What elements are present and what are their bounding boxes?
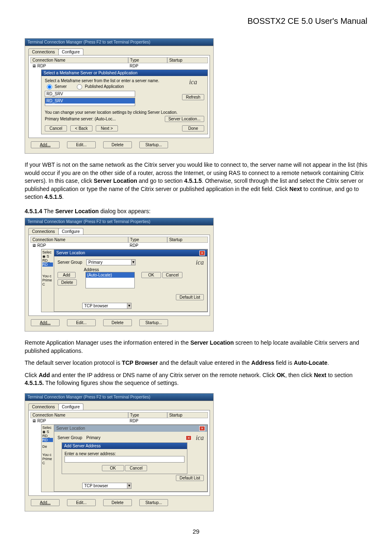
trunc-rd: RD_ [42, 434, 53, 438]
paragraph-4: Click Add and enter the IP address or DN… [25, 371, 367, 387]
edit-button[interactable]: Edit... [67, 499, 96, 506]
address-listbox[interactable]: (Auto-Locate) [85, 272, 135, 288]
default-list-button[interactable]: Default List [176, 294, 204, 300]
cell-startup [167, 63, 208, 69]
tab-configure[interactable]: Configure [58, 228, 83, 235]
cancel-button[interactable]: Cancel [162, 272, 182, 278]
trunc-c: C [42, 282, 53, 286]
window-titlebar: Terminal Connection Manager (Press F2 to… [25, 39, 213, 46]
cell-type: RDP [128, 418, 167, 424]
connections-panel: Connection Name Type Startup 🖥 RDP RDP S… [28, 55, 210, 138]
list-header: Connection Name Type Startup [30, 237, 208, 243]
screenshot-add-server-address: Terminal Connection Manager (Press F2 to… [25, 393, 214, 511]
trunc-de: De [42, 444, 53, 449]
col-startup: Startup [167, 237, 208, 243]
trunc-you: You c [42, 453, 53, 457]
close-icon[interactable]: × [186, 435, 191, 440]
list-row[interactable]: 🖥 RDP RDP [30, 418, 208, 424]
tab-connections[interactable]: Connections [28, 228, 59, 235]
trunc-rd: RD_ [42, 258, 53, 263]
dialog-server-location-add: Selec ◉ S RD_ RD De You c Prime C Server [41, 424, 208, 492]
ok-button[interactable]: OK [141, 272, 161, 278]
server-location-title-inactive: Server Location × [54, 425, 207, 432]
cell-startup [167, 243, 208, 248]
server-name-input[interactable]: RD_SRV [45, 91, 135, 97]
cancel-button[interactable]: Cancel [125, 465, 147, 471]
trunc-selected: RD [42, 263, 53, 267]
server-listbox[interactable]: RD_SRV [45, 98, 135, 106]
tab-configure[interactable]: Configure [58, 48, 83, 55]
value-server-group: Primary [86, 435, 100, 440]
list-header: Connection Name Type Startup [30, 57, 208, 63]
ok-button[interactable]: OK [102, 465, 124, 471]
startup-button[interactable]: Startup... [139, 499, 168, 506]
cell-type: RDP [128, 63, 167, 69]
back-button[interactable]: < Back [70, 125, 92, 131]
paragraph-2: Remote Application Manager uses the info… [25, 339, 367, 355]
list-header: Connection Name Type Startup [30, 412, 208, 418]
default-list-button[interactable]: Default List [176, 475, 204, 481]
ica-icon: ica [196, 434, 204, 442]
section-heading-4514: 4.5.1.4 The Server Location dialog box a… [25, 208, 367, 214]
hint-change-location: You can change your server location sett… [45, 110, 204, 115]
close-icon[interactable]: × [199, 251, 205, 256]
dropdown-protocol[interactable]: TCP browser▾ [82, 303, 131, 309]
delete-button[interactable]: Delete [103, 319, 132, 326]
listbox-selected: RD_SRV [45, 98, 135, 104]
dropdown-protocol[interactable]: TCP browser▾ [82, 483, 131, 489]
list-row[interactable]: 🖥 RDP RDP [30, 63, 208, 69]
startup-button[interactable]: Startup... [139, 319, 168, 326]
server-location-button[interactable]: Server Location... [165, 116, 204, 122]
add-button[interactable]: Add... [31, 499, 60, 506]
tab-connections[interactable]: Connections [28, 48, 59, 55]
chevron-down-icon: ▾ [131, 260, 135, 265]
edit-button[interactable]: Edit... [67, 141, 96, 148]
trunc-radio: ◉ S [42, 430, 53, 434]
edit-button[interactable]: Edit... [67, 319, 96, 326]
delete-button[interactable]: Delete [103, 499, 132, 506]
cell-startup [167, 418, 208, 424]
tab-strip: Connections Configure [28, 228, 210, 235]
startup-button[interactable]: Startup... [139, 141, 168, 148]
add-button[interactable]: Add... [31, 141, 60, 148]
add-button[interactable]: Add... [31, 319, 60, 326]
done-button[interactable]: Done [182, 125, 204, 131]
col-type: Type [128, 57, 167, 63]
cell-name: 🖥 RDP [30, 418, 128, 424]
trunc-c: C [42, 461, 53, 465]
trunc-prime: Prime [42, 278, 53, 282]
server-location-title: Server Location × [54, 250, 207, 256]
ica-icon: ica [182, 78, 204, 86]
refresh-button[interactable]: Refresh [182, 94, 204, 100]
ica-icon: ica [196, 259, 204, 266]
col-type: Type [128, 237, 167, 243]
screenshot-select-metaframe: Terminal Connection Manager (Press F2 to… [25, 38, 214, 154]
label-server-group: Server Group [58, 435, 84, 440]
radio-published[interactable]: Published Application [75, 83, 124, 90]
tab-connections[interactable]: Connections [28, 403, 59, 410]
col-connection-name: Connection Name [30, 57, 128, 63]
cell-name: 🖥 RDP [30, 243, 128, 248]
paragraph-3: The default server location protocol is … [25, 359, 367, 367]
delete-address-button[interactable]: Delete [58, 279, 77, 286]
server-address-input[interactable] [65, 456, 184, 463]
close-icon[interactable]: × [199, 426, 205, 431]
cell-name: 🖥 RDP [30, 63, 128, 69]
page-number: 29 [25, 528, 367, 535]
add-address-button[interactable]: Add [58, 272, 76, 278]
paragraph-1: If your WBT is not on the same network a… [25, 161, 367, 201]
col-connection-name: Connection Name [30, 237, 128, 243]
screenshot-server-location: Terminal Connection Manager (Press F2 to… [25, 218, 214, 332]
dialog-select-metaframe: Select a Metaframe Server or Published A… [41, 69, 208, 134]
chevron-down-icon: ▾ [127, 483, 131, 488]
primary-server-label: Primary Metaframe server: (Auto-Loc... [45, 117, 116, 121]
next-button[interactable]: Next > [96, 125, 118, 131]
tab-configure[interactable]: Configure [58, 403, 83, 410]
cancel-button[interactable]: Cancel [45, 125, 67, 131]
dropdown-server-group[interactable]: Primary▾ [86, 259, 136, 265]
col-startup: Startup [167, 57, 208, 63]
delete-button[interactable]: Delete [103, 141, 132, 148]
radio-server[interactable]: Server [45, 83, 67, 90]
hint-select-server: Select a Metaframe server from the list … [45, 78, 179, 83]
list-row[interactable]: 🖥 RDP RDP [30, 243, 208, 248]
